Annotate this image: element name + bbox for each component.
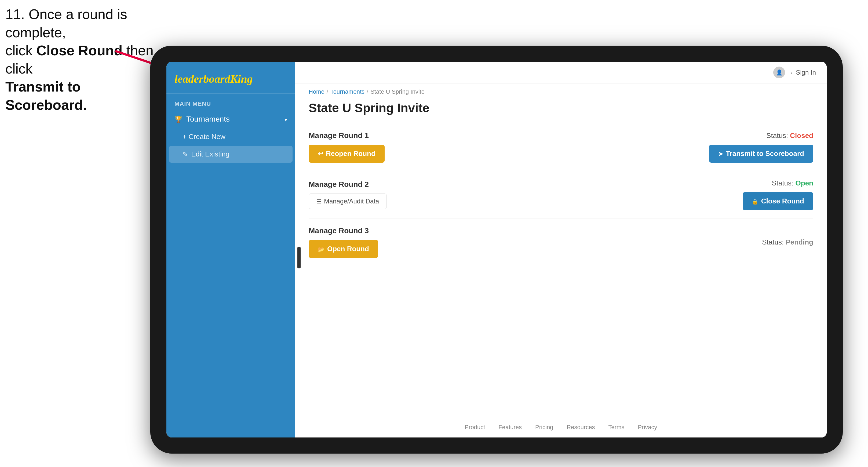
app-container: leaderboardKing MAIN MENU Tournaments + …	[166, 62, 827, 437]
logo-text2: King	[230, 73, 253, 85]
tablet-screen: leaderboardKing MAIN MENU Tournaments + …	[166, 62, 827, 437]
breadcrumb-current: State U Spring Invite	[370, 88, 425, 95]
round-3-status-value: Pending	[785, 238, 813, 246]
breadcrumb-sep2: /	[367, 88, 368, 95]
round-3-status: Status: Pending	[762, 238, 813, 246]
logo-text1: leaderboard	[175, 73, 230, 85]
sidebar-create-new[interactable]: + Create New	[166, 128, 295, 145]
reopen-icon	[318, 150, 323, 158]
audit-icon	[316, 197, 321, 205]
edit-existing-label: Edit Existing	[191, 150, 229, 158]
round-1-left: Manage Round 1 Reopen Round	[309, 131, 384, 163]
reopen-round-button[interactable]: Reopen Round	[309, 145, 384, 163]
signin-icon	[788, 69, 793, 76]
sidebar-tournaments-label: Tournaments	[186, 115, 230, 123]
edit-icon	[183, 150, 188, 158]
sidebar-edit-existing[interactable]: Edit Existing	[169, 146, 292, 163]
user-icon	[776, 69, 783, 76]
round-3-status-label: Status:	[762, 238, 784, 246]
close-icon	[752, 197, 758, 205]
tablet-device: leaderboardKing MAIN MENU Tournaments + …	[150, 45, 843, 454]
breadcrumb: Home / Tournaments / State U Spring Invi…	[295, 84, 827, 98]
open-icon	[318, 245, 324, 253]
round-1-status-value: Closed	[790, 131, 813, 139]
round-2-status-label: Status:	[772, 179, 794, 187]
app-logo: leaderboardKing	[175, 72, 287, 85]
close-round-label: Close Round	[761, 197, 804, 205]
transmit-label: Transmit to Scoreboard	[726, 150, 804, 158]
footer: Product Features Pricing Resources Terms…	[295, 417, 827, 437]
footer-product[interactable]: Product	[465, 424, 485, 431]
manage-audit-label: Manage/Audit Data	[324, 197, 379, 205]
instruction-text: 11. Once a round is complete, click Clos…	[5, 5, 156, 114]
round-2-status: Status: Open	[772, 179, 813, 187]
top-bar: Sign In	[295, 62, 827, 84]
page-title: State U Spring Invite	[295, 98, 827, 123]
logo-area: leaderboardKing	[166, 62, 295, 94]
open-round-button[interactable]: Open Round	[309, 240, 378, 258]
round-2-status-value: Open	[796, 179, 813, 187]
sidebar: leaderboardKing MAIN MENU Tournaments + …	[166, 62, 295, 437]
round-1-status: Status: Closed	[766, 131, 813, 140]
chevron-down-icon	[284, 115, 287, 123]
sign-in-button[interactable]: Sign In	[773, 67, 816, 79]
content-area: Manage Round 1 Reopen Round Status: Clos…	[295, 123, 827, 417]
manage-audit-data-button[interactable]: Manage/Audit Data	[309, 193, 387, 209]
instruction-bold2: Transmit to Scoreboard.	[5, 79, 87, 113]
tablet-side-button	[298, 247, 301, 269]
sign-in-label: Sign In	[796, 69, 816, 76]
footer-terms[interactable]: Terms	[609, 424, 625, 431]
footer-features[interactable]: Features	[498, 424, 522, 431]
create-new-label: + Create New	[183, 132, 225, 141]
close-round-button[interactable]: Close Round	[743, 192, 813, 210]
round-2-left: Manage Round 2 Manage/Audit Data	[309, 180, 387, 209]
footer-pricing[interactable]: Pricing	[535, 424, 553, 431]
sidebar-item-tournaments[interactable]: Tournaments	[166, 110, 295, 128]
round-3-right: Status: Pending	[762, 238, 813, 246]
sidebar-item-tournaments-left: Tournaments	[175, 115, 230, 123]
open-round-label: Open Round	[327, 245, 369, 253]
round-2-title: Manage Round 2	[309, 180, 387, 189]
round-1-status-label: Status:	[766, 131, 788, 139]
main-content: Sign In Home / Tournaments / State U Spr…	[295, 62, 827, 437]
breadcrumb-tournaments[interactable]: Tournaments	[331, 88, 365, 95]
footer-privacy[interactable]: Privacy	[638, 424, 657, 431]
round-2-right: Status: Open Close Round	[743, 179, 813, 210]
avatar	[773, 67, 785, 79]
transmit-icon	[718, 150, 723, 158]
reopen-round-label: Reopen Round	[326, 150, 375, 158]
main-menu-label: MAIN MENU	[166, 94, 295, 110]
round-1-title: Manage Round 1	[309, 131, 384, 140]
instruction-line1: 11. Once a round is complete,	[5, 6, 127, 40]
round-3-left: Manage Round 3 Open Round	[309, 226, 378, 258]
trophy-icon	[175, 115, 183, 123]
breadcrumb-home[interactable]: Home	[309, 88, 324, 95]
instruction-bold1: Close Round	[36, 43, 123, 58]
round-2-section: Manage Round 2 Manage/Audit Data Status:…	[309, 171, 813, 218]
round-1-section: Manage Round 1 Reopen Round Status: Clos…	[309, 123, 813, 171]
breadcrumb-sep1: /	[327, 88, 328, 95]
instruction-line2: click	[5, 43, 36, 58]
round-3-title: Manage Round 3	[309, 226, 378, 235]
transmit-to-scoreboard-button[interactable]: Transmit to Scoreboard	[709, 145, 813, 163]
round-3-section: Manage Round 3 Open Round Status: Pendin…	[309, 218, 813, 266]
footer-resources[interactable]: Resources	[566, 424, 595, 431]
round-1-right: Status: Closed Transmit to Scoreboard	[709, 131, 813, 163]
